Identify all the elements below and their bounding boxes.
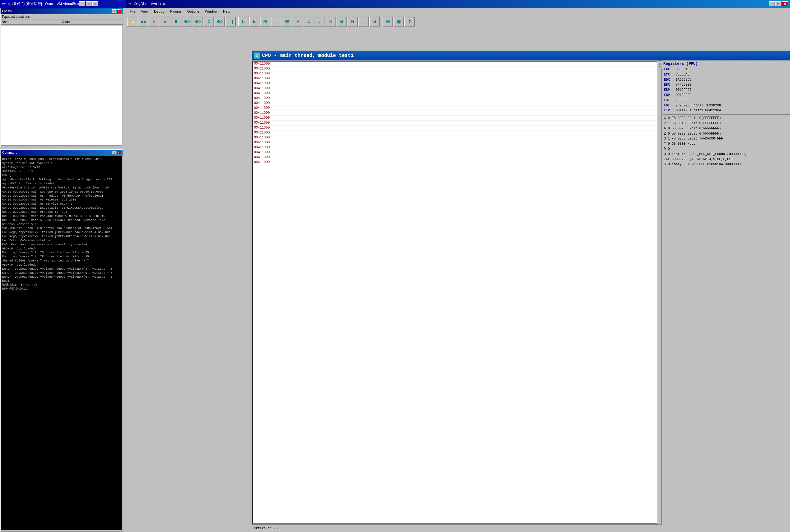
disasm-row[interactable]: 00411000 <box>253 101 657 106</box>
efl-row: EFL 00000286 (NO,NB,NE,A,S,PE,L,LE) <box>663 157 790 162</box>
registers-pane: Registers (FPU) EAX C5DDDA3ECX C5DDDA3ED… <box>662 60 790 532</box>
olly-close-button[interactable]: ✕ <box>782 1 788 6</box>
vm-minimize-button[interactable]: — <box>79 1 85 6</box>
disasm-row[interactable]: 00411000 <box>253 145 657 150</box>
toolbar-chart-button[interactable]: ▦ <box>394 17 404 26</box>
disasm-row[interactable]: 00411000 <box>253 131 657 135</box>
disasm-row[interactable]: 00411000 <box>253 76 657 81</box>
vm-window-controls: — □ ✕ <box>79 1 98 6</box>
disasm-row[interactable]: 00411000 <box>253 71 657 76</box>
menu-plugins[interactable]: Plugins <box>167 8 184 15</box>
olly-titlebar: ✦ OllyDbg - test1.exe — □ ✕ <box>126 0 790 8</box>
menu-debug[interactable]: Debug <box>151 8 167 15</box>
register-row: EAX C5DDDA3 <box>663 67 790 72</box>
toolbar-step-into-button[interactable]: ⬢⬡ <box>182 17 192 26</box>
scrollbar-up-arrow[interactable]: ▲ <box>658 61 662 64</box>
flag-row: P 1 CS 001B 32bit 0(FFFFFFFF) <box>663 121 790 126</box>
disasm-row[interactable]: 00411000 <box>253 91 657 96</box>
locals-value-header: Value <box>61 20 121 24</box>
toolbar-step-over-button[interactable]: ⬢⬡ <box>193 17 203 26</box>
disasm-row[interactable]: 00411000 <box>253 150 657 155</box>
flag-row: Z 0 DS 0023 32bit 0(FFFFFFFF) <box>663 131 790 136</box>
toolbar-b-button[interactable]: B <box>337 17 347 26</box>
locals-panel-controls: □ ✕ <box>112 9 121 13</box>
locals-minimize-button[interactable]: □ <box>112 9 116 13</box>
disassembly-pane: 0041100000411000004110000041100000411000… <box>252 60 662 532</box>
toolbar-step-out-button[interactable]: ⬡ <box>204 17 214 26</box>
disasm-row[interactable]: 00411000 <box>253 140 657 145</box>
command-body: Kernel base = 0x80400000 FSLoadedModuleL… <box>1 156 122 530</box>
toolbar-grid-button[interactable]: ⊞ <box>382 17 393 26</box>
toolbar-e-button[interactable]: E <box>249 17 259 26</box>
disassembly-body[interactable]: 0041100000411000004110000041100000411000… <box>252 61 657 524</box>
command-panel-controls: □ ✕ <box>112 151 121 154</box>
disasm-row[interactable]: 00411000 <box>253 126 657 131</box>
menu-help[interactable]: Help <box>220 8 233 15</box>
disasm-row[interactable]: 00411000 <box>253 66 657 71</box>
register-row: EBX 7FFDC000 <box>663 82 790 88</box>
toolbar-pause-button[interactable]: ⏸ <box>171 17 181 26</box>
disasm-row[interactable]: 00411000 <box>253 61 657 66</box>
olly-minimize-button[interactable]: — <box>769 1 775 6</box>
register-row: EDI 7C930208 ntdll.7C930208 <box>663 103 790 108</box>
flag-row: T 0 GS 0000 NULL <box>663 141 790 147</box>
disasm-row[interactable]: 00411000 <box>253 86 657 91</box>
toolbar-slash-button[interactable]: / <box>315 17 325 26</box>
toolbar-stop-button[interactable]: ✕ <box>149 17 159 26</box>
toolbar-s-button[interactable]: S <box>370 17 380 26</box>
toolbar-dots-button[interactable]: ... <box>358 17 369 26</box>
disasm-row[interactable]: 00411000 <box>253 160 657 165</box>
menu-options[interactable]: Options <box>184 8 202 15</box>
toolbar-h-button[interactable]: H <box>293 17 303 26</box>
locals-subtitle: Typecast Locations <box>1 14 123 19</box>
disasm-row[interactable]: 00411000 <box>253 116 657 121</box>
flag-row: A 0 SS 0023 32bit 0(FFFFFFFF) <box>663 126 790 131</box>
disasm-row[interactable]: 00411000 <box>253 155 657 160</box>
vm-maximize-button[interactable]: □ <box>86 1 92 6</box>
toolbar-m-button[interactable]: M <box>260 17 270 26</box>
toolbar-k-button[interactable]: K <box>326 17 336 26</box>
menu-window[interactable]: Window <box>202 8 220 15</box>
toolbar-t-button[interactable]: T <box>271 17 281 26</box>
toolbar-c-button[interactable]: C <box>304 17 314 26</box>
toolbar-open-button[interactable]: 📂 <box>127 17 137 26</box>
toolbar-rewind-button[interactable]: ◀◀ <box>138 17 148 26</box>
toolbar-w-button[interactable]: W <box>282 17 292 26</box>
command-title: Command <box>2 151 17 154</box>
disasm-row[interactable]: 00411000 <box>253 81 657 86</box>
olly-title: OllyDbg - test1.exe <box>134 2 769 6</box>
command-minimize-button[interactable]: □ <box>112 151 116 154</box>
olly-toolbar: 📂 ◀◀ ✕ ▶ ⏸ ⬢⬡ ⬢⬡ ⬡ ⬢⬡ →| L E M T W H C /… <box>126 15 790 28</box>
disasm-row[interactable]: 00411000 <box>253 111 657 116</box>
register-row: EDX 3A22225C <box>663 77 790 82</box>
toolbar-l-button[interactable]: L <box>238 17 248 26</box>
vm-close-button[interactable]: ✕ <box>92 1 98 6</box>
disassembly-wrapper: 0041100000411000004110000041100000411000… <box>252 60 662 524</box>
register-row: ESI FFFFFFFF <box>663 98 790 103</box>
toolbar-goto-button[interactable]: →| <box>225 17 236 26</box>
disassembly-scrollbar[interactable]: ▲ ▼ <box>658 60 662 524</box>
toolbar-help-button[interactable]: ? <box>405 17 415 26</box>
disasm-row[interactable]: 00411000 <box>253 106 657 111</box>
toolbar-r-button[interactable]: R <box>347 17 358 26</box>
locals-titlebar: Locals □ ✕ <box>1 8 123 14</box>
registers-title: Registers (FPU) <box>663 61 790 66</box>
register-row: ESP 0012FFC0 <box>663 88 790 93</box>
scrollbar-down-arrow[interactable]: ▼ <box>658 64 662 69</box>
disasm-row[interactable]: 00411000 <box>253 96 657 101</box>
flag-row: O 0 LastErr ERROR_MOD_NOT_FOUND (0000000… <box>663 152 790 157</box>
st0-row: ST0 empty -UNORM BDEC 01050104 00000000 <box>663 162 790 167</box>
menu-view[interactable]: View <box>138 8 151 15</box>
toolbar-step-back-button[interactable]: ⬢⬡ <box>214 17 225 26</box>
disasm-row[interactable]: 00411000 <box>253 121 657 126</box>
locals-close-button[interactable]: ✕ <box>117 9 121 13</box>
command-close-button[interactable]: ✕ <box>117 151 121 154</box>
olly-maximize-button[interactable]: □ <box>775 1 781 6</box>
cpu-c-badge: C <box>254 53 260 59</box>
disasm-row[interactable]: 00411000 <box>253 135 657 140</box>
flag-row: C 0 ES 0023 32bit 0(FFFFFFFF) <box>663 116 790 121</box>
vm-window: winxp (备份 2) [正在运行] - Oracle VM VirtualB… <box>0 0 790 532</box>
menu-file[interactable]: File <box>127 8 138 15</box>
toolbar-run-button[interactable]: ▶ <box>160 17 170 26</box>
disassembly-info-bar: crtexe.c:398. <box>252 524 662 532</box>
